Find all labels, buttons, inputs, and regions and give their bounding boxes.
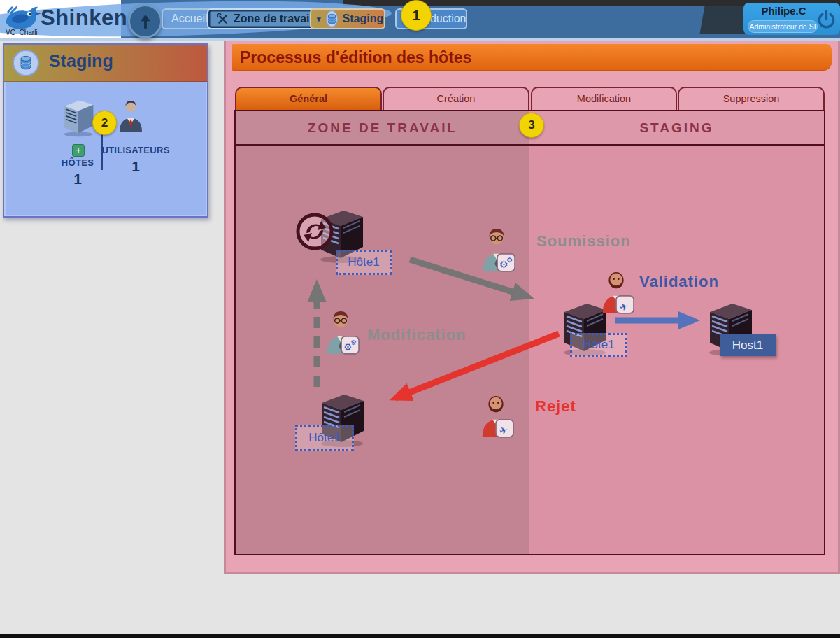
- refresh-sync-icon: [294, 211, 335, 252]
- validator-person-icon-rejet: [477, 392, 515, 439]
- brand-name: Shinken: [41, 6, 127, 31]
- step-badge-3: 3: [519, 113, 544, 138]
- user-role-badge: Administrateur de SI: [748, 20, 818, 33]
- up-arrow-icon: [134, 10, 157, 34]
- users-count: 1: [101, 158, 171, 175]
- users-person-icon: [118, 99, 144, 132]
- step-badge-1: 1: [401, 0, 432, 31]
- column-header-staging: STAGING: [529, 111, 824, 144]
- tab-modification[interactable]: Modification: [531, 87, 677, 110]
- workzone-button[interactable]: Zone de travail: [207, 8, 322, 29]
- process-diagram: ZONE DE TRAVAIL STAGING 3: [234, 110, 825, 555]
- tab-suppression[interactable]: Suppression: [678, 87, 825, 110]
- instance-name: VC_Charli: [6, 29, 38, 36]
- staging-panel-header: Staging: [4, 45, 207, 82]
- tab-general[interactable]: Général: [235, 87, 382, 110]
- add-host-button[interactable]: +: [72, 144, 85, 157]
- validator-person-icon-validation: [597, 268, 635, 316]
- flow-label-modification: Modification: [367, 326, 467, 344]
- top-navbar: Shinken VC_Charli Accueil Zone de travai…: [0, 0, 840, 41]
- taskbar-strip: [0, 634, 840, 638]
- flow-label-soumission: Soumission: [536, 232, 631, 250]
- tab-creation[interactable]: Création: [383, 87, 529, 110]
- diagram-body: Soumission Validation Modification Rejet…: [236, 146, 824, 554]
- host-label-workzone-bottom: Hôte1: [295, 425, 354, 451]
- staging-panel-title: Staging: [49, 51, 113, 71]
- hosts-server-icon: [60, 97, 97, 137]
- main-panel: Processus d'édition des hôtes Général Cr…: [224, 41, 840, 574]
- column-header-workzone: ZONE DE TRAVAIL: [236, 111, 529, 144]
- hosts-count: 1: [46, 171, 109, 187]
- page-title: Processus d'édition des hôtes: [232, 44, 832, 71]
- step-badge-2: 2: [92, 111, 117, 135]
- staging-env-label: Staging: [343, 13, 384, 25]
- flow-label-validation: Validation: [639, 273, 719, 291]
- host-label-workzone-top: Hôte1: [336, 250, 392, 275]
- database-icon: [326, 10, 338, 27]
- analyst-person-icon-modification: [322, 309, 360, 356]
- database-icon: [13, 50, 39, 76]
- caret-down-icon: ▾: [317, 15, 321, 24]
- flow-label-rejet: Rejet: [535, 397, 576, 416]
- users-label: UTILISATEURS: [101, 145, 171, 155]
- staging-summary-panel[interactable]: Staging 2 + HÔTES 1 UTILISATEURS 1: [3, 43, 208, 218]
- logout-power-icon[interactable]: [816, 9, 837, 31]
- analyst-person-icon-soumission: [478, 226, 516, 274]
- staging-env-button[interactable]: ▾ Staging: [310, 8, 385, 29]
- user-name: Philipe.C: [743, 5, 824, 17]
- host-label-staging: Hôte1: [570, 333, 627, 357]
- database-cylinder: [327, 13, 337, 25]
- workzone-label: Zone de travail: [234, 13, 313, 25]
- home-label: Accueil: [171, 13, 208, 25]
- scroll-top-button[interactable]: [128, 4, 162, 38]
- host-label-validated: Host1: [720, 334, 776, 356]
- hosts-label: HÔTES: [46, 157, 109, 168]
- tools-icon: [217, 13, 229, 25]
- database-cylinder: [19, 55, 33, 71]
- screen: Shinken VC_Charli Accueil Zone de travai…: [0, 0, 840, 638]
